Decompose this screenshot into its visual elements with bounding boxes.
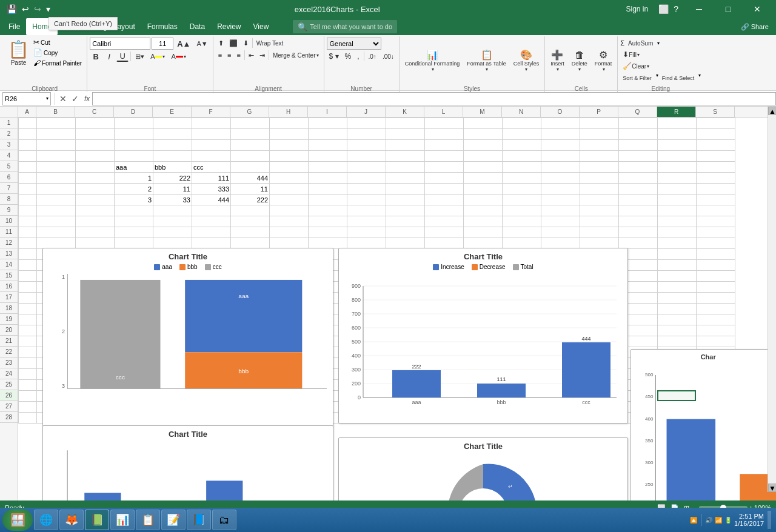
cell-Q5[interactable]: [619, 162, 658, 173]
cell-F5[interactable]: ccc: [192, 162, 231, 173]
format-painter-button[interactable]: 🖌 Format Painter: [32, 58, 83, 68]
cell-E11[interactable]: [153, 227, 192, 238]
row-header-14[interactable]: 14: [0, 259, 18, 270]
cell-L5[interactable]: [425, 162, 464, 173]
cell-F1[interactable]: [192, 118, 231, 129]
cell-A14[interactable]: [19, 260, 37, 271]
cell-K1[interactable]: [386, 118, 425, 129]
cell-A7[interactable]: [19, 184, 37, 195]
cell-S13[interactable]: [697, 249, 735, 260]
customize-qat-button[interactable]: ▾: [44, 3, 52, 15]
cell-H5[interactable]: [270, 162, 309, 173]
cell-D6[interactable]: 1: [115, 173, 153, 184]
cell-R7[interactable]: [658, 184, 697, 195]
cell-H10[interactable]: [270, 216, 309, 227]
align-right-button[interactable]: ≡: [234, 50, 242, 61]
menu-insert[interactable]: Insert: [58, 18, 88, 35]
merge-center-button[interactable]: Merge & Center▾: [270, 50, 321, 61]
cell-O12[interactable]: [541, 238, 580, 249]
col-header-O[interactable]: O: [541, 107, 580, 117]
row-header-11[interactable]: 11: [0, 227, 18, 238]
cell-E8[interactable]: 33: [153, 195, 192, 205]
cell-A4[interactable]: [19, 151, 37, 162]
cell-C2[interactable]: [76, 129, 115, 140]
cell-D5[interactable]: aaa: [115, 162, 153, 173]
col-header-R[interactable]: R: [657, 107, 696, 117]
cell-M11[interactable]: [464, 227, 503, 238]
col-header-M[interactable]: M: [463, 107, 502, 117]
cell-O8[interactable]: [541, 195, 580, 205]
col-header-L[interactable]: L: [424, 107, 463, 117]
clock[interactable]: 2:51 PM 1/16/2017: [734, 513, 764, 527]
cell-P2[interactable]: [580, 129, 619, 140]
row-header-15[interactable]: 15: [0, 270, 18, 281]
cell-K9[interactable]: [386, 205, 425, 216]
cut-button[interactable]: ✂ Cut: [32, 38, 83, 47]
align-top-button[interactable]: ⬆: [216, 38, 226, 48]
cell-F8[interactable]: 444: [192, 195, 231, 205]
cell-G4[interactable]: [231, 151, 270, 162]
cell-A22[interactable]: [19, 347, 37, 358]
cell-H7[interactable]: [270, 184, 309, 195]
chart2[interactable]: Chart Title Increase Decrease Total 900 …: [338, 248, 628, 424]
cell-O5[interactable]: [541, 162, 580, 173]
cell-P7[interactable]: [580, 184, 619, 195]
cell-E12[interactable]: [153, 238, 192, 249]
cell-H12[interactable]: [270, 238, 309, 249]
cell-Q8[interactable]: [619, 195, 658, 205]
font-color-button[interactable]: A ▾: [169, 51, 188, 62]
cell-E3[interactable]: [153, 140, 192, 151]
cell-F6[interactable]: 111: [192, 173, 231, 184]
redo-qat-button[interactable]: ↪: [32, 3, 43, 15]
cell-J7[interactable]: [347, 184, 386, 195]
cell-K11[interactable]: [386, 227, 425, 238]
cell-O10[interactable]: [541, 216, 580, 227]
cell-R19[interactable]: [658, 314, 697, 325]
row-header-8[interactable]: 8: [0, 194, 18, 205]
number-format-select[interactable]: General: [327, 38, 381, 50]
cell-C5[interactable]: [76, 162, 115, 173]
cell-S19[interactable]: [697, 314, 735, 325]
indent-decrease-button[interactable]: ⇤: [246, 50, 256, 61]
cell-G11[interactable]: [231, 227, 270, 238]
cell-A2[interactable]: [19, 129, 37, 140]
cell-R17[interactable]: [658, 293, 697, 304]
row-header-22[interactable]: 22: [0, 347, 18, 357]
vertical-scrollbar[interactable]: ▲ ▼: [768, 107, 776, 492]
row-header-12[interactable]: 12: [0, 238, 18, 248]
cell-K3[interactable]: [386, 140, 425, 151]
cell-Q2[interactable]: [619, 129, 658, 140]
cell-I1[interactable]: [309, 118, 347, 129]
name-box[interactable]: R26 ▾: [2, 92, 51, 105]
cell-M5[interactable]: [464, 162, 503, 173]
cell-H6[interactable]: [270, 173, 309, 184]
cell-B3[interactable]: [37, 140, 76, 151]
cell-R15[interactable]: [658, 271, 697, 282]
taskbar-excel[interactable]: 📗: [85, 510, 109, 530]
cell-A18[interactable]: [19, 304, 37, 314]
cell-P8[interactable]: [580, 195, 619, 205]
cell-I11[interactable]: [309, 227, 347, 238]
row-header-19[interactable]: 19: [0, 314, 18, 325]
cell-I9[interactable]: [309, 205, 347, 216]
font-size-input[interactable]: [152, 38, 173, 50]
col-header-S[interactable]: S: [696, 107, 735, 117]
cell-M9[interactable]: [464, 205, 503, 216]
col-header-Q[interactable]: Q: [618, 107, 657, 117]
cell-J4[interactable]: [347, 151, 386, 162]
cell-G12[interactable]: [231, 238, 270, 249]
percent-button[interactable]: %: [343, 51, 354, 62]
cell-R12[interactable]: [658, 238, 697, 249]
col-header-A[interactable]: A: [18, 107, 36, 117]
cell-I6[interactable]: [309, 173, 347, 184]
cell-A28[interactable]: [19, 413, 37, 424]
cell-N5[interactable]: [503, 162, 541, 173]
align-center-button[interactable]: ≡: [225, 50, 233, 61]
col-header-C[interactable]: C: [75, 107, 114, 117]
row-header-26[interactable]: 26: [0, 390, 18, 401]
taskbar-folder[interactable]: 🗂: [212, 510, 236, 530]
cell-F4[interactable]: [192, 151, 231, 162]
cell-S7[interactable]: [697, 184, 735, 195]
row-header-5[interactable]: 5: [0, 161, 18, 172]
menu-view[interactable]: View: [247, 18, 275, 35]
